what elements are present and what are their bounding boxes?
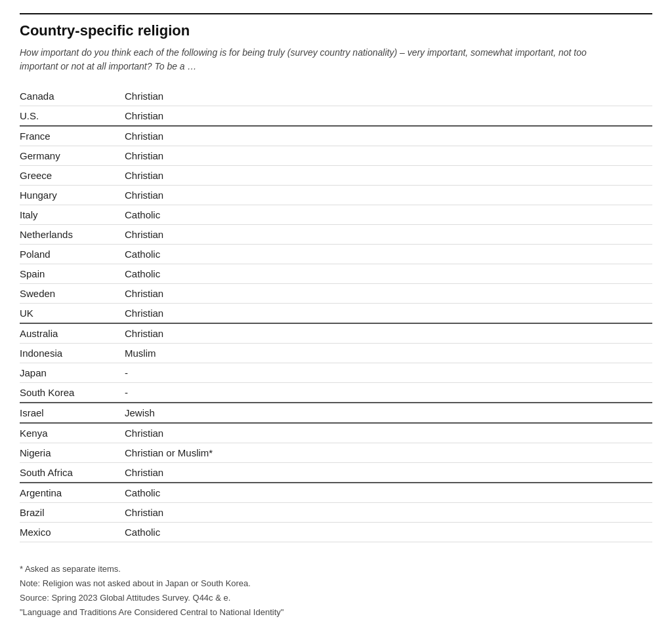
footnote-2: Note: Religion was not asked about in Ja… <box>20 576 652 591</box>
table-row: Japan- <box>20 363 652 383</box>
religion-cell: Catholic <box>125 205 652 225</box>
table-row: PolandCatholic <box>20 245 652 264</box>
religion-cell: Catholic <box>125 483 652 503</box>
table-row: HungaryChristian <box>20 186 652 205</box>
table-row: SwedenChristian <box>20 284 652 304</box>
country-cell: UK <box>20 304 125 324</box>
footnotes: * Asked as separate items. Note: Religio… <box>20 562 652 620</box>
country-cell: Poland <box>20 245 125 264</box>
religion-cell: Christian <box>125 126 652 146</box>
country-cell: Sweden <box>20 284 125 304</box>
religion-cell: Catholic <box>125 264 652 284</box>
religion-cell: Christian <box>125 284 652 304</box>
table-row: ItalyCatholic <box>20 205 652 225</box>
country-cell: Italy <box>20 205 125 225</box>
data-table: CanadaChristianU.S.ChristianFranceChrist… <box>20 87 652 542</box>
table-row: GermanyChristian <box>20 146 652 166</box>
country-cell: Germany <box>20 146 125 166</box>
country-cell: U.S. <box>20 106 125 127</box>
country-cell: Canada <box>20 87 125 106</box>
country-cell: Greece <box>20 166 125 186</box>
top-border <box>20 13 652 14</box>
religion-cell: Catholic <box>125 245 652 264</box>
table-row: IsraelJewish <box>20 403 652 423</box>
religion-cell: Christian <box>125 225 652 245</box>
religion-cell: Christian <box>125 304 652 324</box>
table-row: SpainCatholic <box>20 264 652 284</box>
country-cell: Indonesia <box>20 344 125 363</box>
table-row: South Korea- <box>20 383 652 403</box>
country-cell: Mexico <box>20 523 125 542</box>
subtitle: How important do you think each of the f… <box>20 46 610 73</box>
table-row: FranceChristian <box>20 126 652 146</box>
religion-cell: Christian <box>125 423 652 443</box>
footnote-1: * Asked as separate items. <box>20 562 652 576</box>
country-cell: Hungary <box>20 186 125 205</box>
footnote-4: "Language and Traditions Are Considered … <box>20 605 652 620</box>
country-cell: Argentina <box>20 483 125 503</box>
page-title: Country-specific religion <box>20 22 652 39</box>
table-row: IndonesiaMuslim <box>20 344 652 363</box>
table-row: UKChristian <box>20 304 652 324</box>
table-row: KenyaChristian <box>20 423 652 443</box>
religion-cell: Christian <box>125 106 652 127</box>
table-row: GreeceChristian <box>20 166 652 186</box>
country-cell: Kenya <box>20 423 125 443</box>
religion-cell: - <box>125 363 652 383</box>
religion-cell: Christian <box>125 186 652 205</box>
table-row: CanadaChristian <box>20 87 652 106</box>
country-cell: Spain <box>20 264 125 284</box>
table-row: NetherlandsChristian <box>20 225 652 245</box>
religion-cell: Christian <box>125 463 652 483</box>
religion-cell: Christian <box>125 503 652 523</box>
table-row: AustraliaChristian <box>20 323 652 344</box>
country-cell: Australia <box>20 323 125 344</box>
country-cell: South Africa <box>20 463 125 483</box>
religion-cell: Muslim <box>125 344 652 363</box>
religion-cell: Christian <box>125 166 652 186</box>
religion-cell: Christian or Muslim* <box>125 443 652 463</box>
religion-cell: - <box>125 383 652 403</box>
religion-cell: Christian <box>125 323 652 344</box>
table-row: South AfricaChristian <box>20 463 652 483</box>
religion-cell: Christian <box>125 146 652 166</box>
table-row: ArgentinaCatholic <box>20 483 652 503</box>
religion-cell: Christian <box>125 87 652 106</box>
country-cell: Netherlands <box>20 225 125 245</box>
table-row: U.S.Christian <box>20 106 652 127</box>
country-cell: Japan <box>20 363 125 383</box>
table-row: BrazilChristian <box>20 503 652 523</box>
table-row: NigeriaChristian or Muslim* <box>20 443 652 463</box>
footnote-3: Source: Spring 2023 Global Attitudes Sur… <box>20 591 652 605</box>
table-row: MexicoCatholic <box>20 523 652 542</box>
religion-cell: Catholic <box>125 523 652 542</box>
country-cell: Brazil <box>20 503 125 523</box>
religion-cell: Jewish <box>125 403 652 423</box>
country-cell: Nigeria <box>20 443 125 463</box>
country-cell: France <box>20 126 125 146</box>
country-cell: South Korea <box>20 383 125 403</box>
country-cell: Israel <box>20 403 125 423</box>
